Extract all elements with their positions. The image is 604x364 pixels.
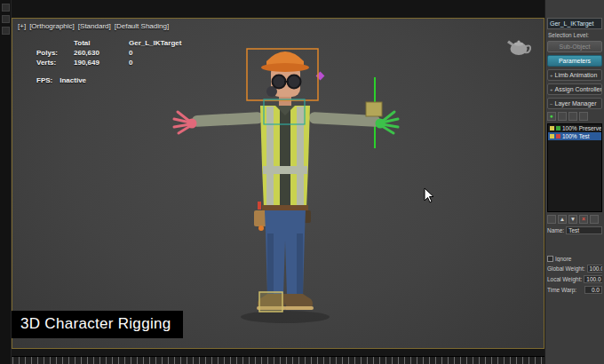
timeline-ruler[interactable] bbox=[0, 356, 544, 364]
stats-header-row: Total Ger_L_IKTarget bbox=[36, 38, 181, 48]
stats-row-fps: FPS: Inactive bbox=[36, 75, 181, 85]
time-warp-row: Time Warp: 0.0 bbox=[547, 286, 602, 294]
stats-value: 0 bbox=[129, 48, 181, 58]
global-weight-row: Global Weight: 100.0 bbox=[547, 265, 602, 273]
stats-col-total: Total bbox=[74, 38, 123, 48]
plus-icon: + bbox=[550, 87, 553, 92]
local-weight-field[interactable]: 100.0 bbox=[584, 275, 602, 283]
record-icon[interactable]: ● bbox=[547, 112, 556, 121]
layer-option-icon[interactable] bbox=[579, 112, 588, 121]
layer-row[interactable]: 100% Preserve... bbox=[548, 124, 601, 132]
rollout-label: Limb Animation bbox=[555, 72, 598, 78]
lamp-icon bbox=[550, 126, 554, 131]
layer-option-icon[interactable] bbox=[568, 112, 577, 121]
parameters-button[interactable]: Parameters bbox=[547, 55, 602, 67]
name-label: Name: bbox=[547, 227, 564, 233]
viewport-menu-plus[interactable]: [+] bbox=[18, 22, 26, 30]
rollout-limb-animation[interactable]: + Limb Animation bbox=[547, 69, 602, 81]
pants bbox=[265, 210, 306, 296]
minus-icon: − bbox=[550, 101, 553, 107]
ignore-label: Ignore bbox=[555, 256, 571, 262]
stats-value: Inactive bbox=[60, 75, 86, 85]
caption-title: 3D Character Rigging bbox=[12, 311, 183, 338]
layer-name: Preserve... bbox=[579, 125, 601, 131]
delete-layer-icon[interactable]: × bbox=[579, 215, 588, 224]
viewport-menu-view[interactable]: [Orthographic] bbox=[29, 22, 75, 30]
mouse-cursor bbox=[424, 187, 434, 203]
time-warp-label: Time Warp: bbox=[547, 287, 576, 293]
toolbar-button-icon[interactable] bbox=[2, 15, 10, 23]
left-toolbar bbox=[0, 0, 12, 364]
local-weight-label: Local Weight: bbox=[547, 276, 582, 282]
plus-icon: + bbox=[550, 73, 553, 78]
name-value-field[interactable]: Test bbox=[566, 226, 602, 234]
toolbar-button-icon[interactable] bbox=[2, 27, 10, 35]
track-bar bbox=[12, 349, 544, 356]
sub-object-button[interactable]: Sub-Object bbox=[547, 41, 602, 52]
viewport-menu-standard[interactable]: [Standard] bbox=[78, 22, 111, 30]
rollout-layer-manager[interactable]: − Layer Manager bbox=[547, 98, 602, 109]
object-name-field[interactable]: Ger_L_IKTarget bbox=[547, 18, 602, 29]
foot-rig-box[interactable] bbox=[259, 292, 282, 312]
rollout-label: Assign Controller bbox=[555, 86, 602, 92]
folder-icon[interactable] bbox=[547, 215, 556, 224]
layer-weight: 100% bbox=[562, 133, 577, 139]
ground-shadow bbox=[241, 311, 330, 323]
toolbar-button-icon[interactable] bbox=[2, 4, 10, 12]
head-rig-marker[interactable] bbox=[316, 72, 325, 81]
viewport-menu: [+] [Orthographic] [Standard] [Default S… bbox=[18, 22, 169, 30]
layer-toolbar-bottom: ▲ ▼ × bbox=[547, 215, 602, 224]
stats-value: 190,649 bbox=[74, 58, 123, 67]
layer-type-icon bbox=[556, 126, 560, 131]
layer-option-icon[interactable] bbox=[590, 215, 599, 224]
wrist-rig-box[interactable] bbox=[366, 102, 382, 116]
character-head bbox=[261, 51, 324, 106]
layer-name: Test bbox=[579, 133, 590, 139]
ignore-checkbox[interactable] bbox=[547, 256, 553, 262]
layer-option-icon[interactable] bbox=[558, 112, 567, 121]
safety-vest bbox=[260, 106, 310, 209]
arrow-down-icon[interactable]: ▼ bbox=[568, 215, 577, 224]
layer-toolbar-top: ● bbox=[547, 112, 602, 121]
stats-label: FPS: bbox=[36, 75, 52, 85]
layer-row[interactable]: 100% Test bbox=[548, 132, 601, 140]
stats-label: Polys: bbox=[36, 48, 68, 58]
selection-level-label: Selection Level: bbox=[547, 32, 602, 38]
arrow-up-icon[interactable]: ▲ bbox=[558, 215, 567, 224]
rollout-assign-controller[interactable]: + Assign Controller bbox=[547, 83, 602, 95]
glasses bbox=[273, 75, 286, 89]
global-weight-field[interactable]: 100.0 bbox=[587, 265, 602, 273]
global-weight-label: Global Weight: bbox=[547, 265, 585, 272]
layer-list[interactable]: 100% Preserve... 100% Test bbox=[547, 123, 602, 212]
layer-name-row: Name: Test bbox=[547, 226, 602, 234]
top-bar bbox=[12, 0, 544, 18]
rollout-label: Layer Manager bbox=[555, 100, 597, 107]
viewport[interactable]: [+] [Orthographic] [Standard] [Default S… bbox=[12, 18, 544, 349]
local-weight-row: Local Weight: 100.0 bbox=[547, 275, 602, 283]
stats-col-selection: Ger_L_IKTarget bbox=[129, 38, 181, 48]
lamp-icon bbox=[550, 134, 554, 138]
ignore-row: Ignore bbox=[547, 256, 602, 262]
stats-value: 260,630 bbox=[74, 48, 123, 58]
stats-label: Verts: bbox=[36, 58, 68, 67]
viewport-statistics: Total Ger_L_IKTarget Polys: 260,630 0 Ve… bbox=[36, 38, 181, 85]
left-hand-rig-control[interactable] bbox=[174, 112, 197, 133]
layer-weight: 100% bbox=[562, 125, 577, 131]
stats-empty-cell bbox=[36, 38, 68, 48]
teapot-icon bbox=[506, 36, 533, 56]
character-model[interactable] bbox=[146, 33, 430, 335]
time-warp-field[interactable]: 0.0 bbox=[584, 286, 602, 294]
stats-value: 0 bbox=[129, 58, 181, 67]
viewport-menu-shading[interactable]: [Default Shading] bbox=[115, 22, 169, 30]
layer-type-icon bbox=[556, 134, 560, 138]
stats-row-verts: Verts: 190,649 0 bbox=[36, 58, 181, 67]
command-panel: Ger_L_IKTarget Selection Level: Sub-Obje… bbox=[544, 0, 604, 364]
panel-spacer bbox=[547, 237, 602, 253]
stats-row-polys: Polys: 260,630 0 bbox=[36, 48, 181, 58]
